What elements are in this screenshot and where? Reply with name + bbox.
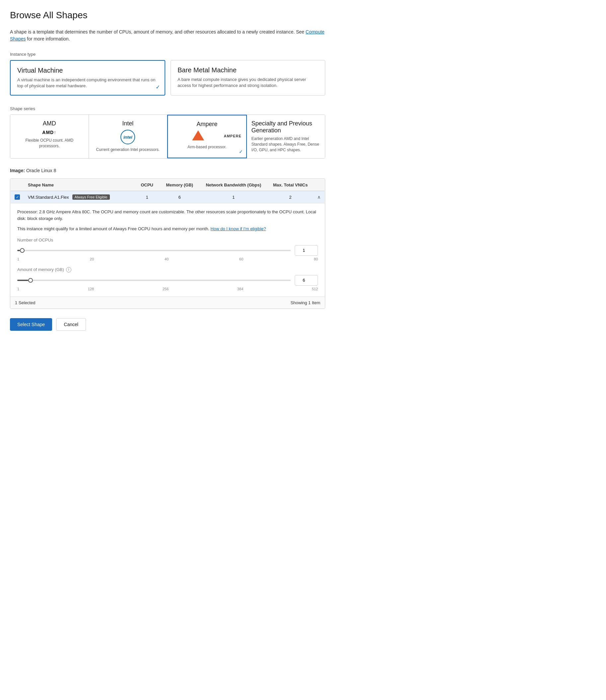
free-eligible-link[interactable]: How do I know if I'm eligible? <box>210 226 266 231</box>
select-shape-button[interactable]: Select Shape <box>10 318 52 331</box>
memory-info-icon[interactable]: i <box>66 267 71 272</box>
chevron-up-icon[interactable]: ∧ <box>317 194 321 200</box>
intel-description: Current generation Intel processors. <box>94 147 163 152</box>
ampere-title: Ampere <box>172 121 241 128</box>
ocpu-slider-row <box>17 245 318 256</box>
memory-slider-row <box>17 275 318 286</box>
ocpu-slider-section: Number of OCPUs <box>17 238 318 261</box>
image-line: Image: Oracle Linux 8 <box>10 168 325 173</box>
row-ocpu: 1 <box>134 191 160 203</box>
row-expand-cell[interactable]: ∧ <box>313 191 325 203</box>
instance-card-bm[interactable]: Bare Metal Machine A bare metal compute … <box>170 60 325 96</box>
table-row[interactable]: ✓ VM.Standard.A1.Flex Always Free Eligib… <box>10 191 325 203</box>
page-title: Browse All Shapes <box>10 10 325 21</box>
ocpu-label: Number of OCPUs <box>17 238 318 242</box>
col-ocpu: OCPU <box>134 179 160 191</box>
shape-name-text: VM.Standard.A1.Flex <box>28 195 69 200</box>
specialty-description: Earlier generation AMD and Intel Standar… <box>252 136 321 152</box>
instance-type-row: Virtual Machine A virtual machine is an … <box>10 60 325 96</box>
cancel-button[interactable]: Cancel <box>56 318 86 331</box>
ocpu-ticks: 1 20 40 60 80 <box>17 257 318 261</box>
col-expand <box>313 179 325 191</box>
col-memory: Memory (GB) <box>160 179 200 191</box>
instance-card-vm[interactable]: Virtual Machine A virtual machine is an … <box>10 60 165 96</box>
row-memory: 6 <box>160 191 200 203</box>
col-network: Network Bandwidth (Gbps) <box>200 179 267 191</box>
ampere-description: Arm-based processor. <box>172 144 241 150</box>
intel-logo: intel <box>94 130 163 144</box>
table-header-row: Shape Name OCPU Memory (GB) Network Band… <box>10 179 325 191</box>
memory-input[interactable] <box>295 275 318 286</box>
processor-text: Processor: 2.8 GHz Ampere Altra 80C. The… <box>17 209 318 222</box>
col-vnics: Max. Total VNICs <box>267 179 313 191</box>
series-card-amd[interactable]: AMD AMD↑ Flexible OCPU count. AMD proces… <box>10 115 89 158</box>
col-checkbox <box>10 179 24 191</box>
bm-title: Bare Metal Machine <box>178 66 318 74</box>
row-vnics: 2 <box>267 191 313 203</box>
specialty-title: Specialty and Previous Generation <box>252 120 321 134</box>
row-checkbox[interactable]: ✓ <box>15 194 20 200</box>
row-shape-name: VM.Standard.A1.Flex Always Free Eligible <box>24 191 134 203</box>
memory-label: Amount of memory (GB) i <box>17 267 318 272</box>
ampere-logo: AMPERE <box>172 130 241 142</box>
detail-cell: Processor: 2.8 GHz Ampere Altra 80C. The… <box>10 203 325 296</box>
ocpu-slider-track[interactable] <box>17 247 291 254</box>
showing-count: Showing 1 Item <box>290 300 320 305</box>
memory-slider-track[interactable] <box>17 277 291 284</box>
series-card-specialty[interactable]: Specialty and Previous Generation Earlie… <box>247 115 325 158</box>
memory-ticks: 1 128 256 384 512 <box>17 287 318 291</box>
memory-slider-section: Amount of memory (GB) i <box>17 267 318 291</box>
selected-count: 1 Selected <box>15 300 35 305</box>
ocpu-input[interactable] <box>295 245 318 256</box>
row-network: 1 <box>200 191 267 203</box>
series-card-intel[interactable]: Intel intel Current generation Intel pro… <box>89 115 168 158</box>
col-shape-name: Shape Name <box>24 179 134 191</box>
detail-row: Processor: 2.8 GHz Ampere Altra 80C. The… <box>10 203 325 296</box>
vm-title: Virtual Machine <box>17 67 158 74</box>
table-footer: 1 Selected Showing 1 Item <box>10 296 325 309</box>
amd-description: Flexible OCPU count. AMD processors. <box>15 138 84 149</box>
shape-series-row: AMD AMD↑ Flexible OCPU count. AMD proces… <box>10 115 325 158</box>
shapes-table-wrapper: Shape Name OCPU Memory (GB) Network Band… <box>10 178 325 309</box>
row-checkbox-cell[interactable]: ✓ <box>10 191 24 203</box>
bottom-bar: Select Shape Cancel <box>10 318 325 331</box>
vm-check-icon: ✓ <box>156 84 160 90</box>
vm-description: A virtual machine is an independent comp… <box>17 77 158 89</box>
description-text: A shape is a template that determines th… <box>10 28 325 43</box>
instance-type-label: Instance type <box>10 52 325 57</box>
amd-title: AMD <box>15 120 84 127</box>
amd-logo: AMD↑ <box>15 130 84 135</box>
ampere-check-icon: ✓ <box>239 149 243 154</box>
shape-series-label: Shape series <box>10 106 325 111</box>
shapes-table: Shape Name OCPU Memory (GB) Network Band… <box>10 179 325 296</box>
free-text: This instance might qualify for a limite… <box>17 225 318 232</box>
always-free-badge: Always Free Eligible <box>72 194 110 200</box>
bm-description: A bare metal compute instance gives you … <box>178 77 318 89</box>
intel-title: Intel <box>94 120 163 127</box>
series-card-ampere[interactable]: Ampere AMPERE Arm-based processor. ✓ <box>167 115 247 158</box>
